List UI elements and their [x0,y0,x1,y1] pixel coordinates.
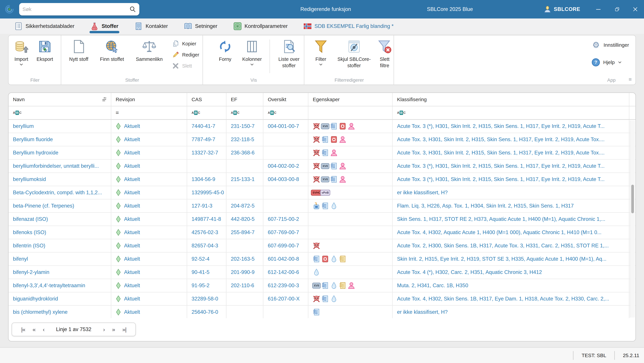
close-button[interactable] [626,0,644,19]
table-row[interactable]: bifenyl-2-ylaminAktuelt90-41-5201-990-96… [8,266,636,279]
cell-navn[interactable]: Beta-Cyclodextrin, compd. with 1,1,2... [8,186,111,199]
cell-navn[interactable]: Beryllium fluoride [8,133,111,146]
vertical-scrollbar[interactable] [630,121,635,317]
column-header-ef[interactable]: EF [226,93,264,106]
cell-navn[interactable]: bifenoks (ISO) [8,226,111,239]
eksport-button[interactable]: Eksport [34,39,56,62]
skjul-sblcore-stoffer-button[interactable]: Skjul SBLCore-stoffer [332,39,376,69]
cell-cas: 149877-41-8 [187,213,226,226]
cell-navn[interactable]: bis (chlormethyl) xylene [8,306,111,318]
rediger-button[interactable]: Rediger [172,49,203,60]
table-row[interactable]: Beryllium fluorideAktuelt7787-49-7232-11… [8,133,636,146]
sammenlikn-button[interactable]: Sammenlikn [132,39,166,62]
filter-cell-oversikt[interactable]: ABC [264,106,308,119]
hjelp-button[interactable]: ? Hjelp [592,58,622,66]
restore-button[interactable] [608,0,626,19]
cell-cas: 90-41-5 [187,266,226,279]
cell-navn[interactable]: berylliumforbindelser, unntatt berylli..… [8,160,111,172]
table-row[interactable]: Beta-Cyclodextrin, compd. with 1,1,2...A… [8,186,636,199]
filter-cell-cas[interactable]: ABC [187,106,226,119]
innstillinger-button[interactable]: ⚙ Innstillinger [592,41,629,49]
table-row[interactable]: bifenoks (ISO)Aktuelt42576-02-3255-894-7… [8,226,636,239]
table-row[interactable]: bifenylAktuelt92-52-4202-163-5601-042-00… [8,253,636,266]
table-row[interactable]: bifenazat (ISO)Aktuelt149877-41-8442-820… [8,213,636,226]
tab-kontrollparametrer[interactable]: Kontrollparametrer [232,19,289,34]
yellow-document-icon [339,282,346,289]
cell-cas: 91-95-2 [187,279,226,292]
tab-bar: SikkerhetsdatabladerStofferKontakterSetn… [0,19,644,34]
next-block-button[interactable]: » [108,326,118,333]
tab-label: Stoffer [102,23,118,29]
last-page-button[interactable]: »| [118,326,130,333]
floppy-icon [38,40,52,54]
liste-over-stoffer-button[interactable]: Liste over stoffer [273,39,305,69]
cell-egenskaper: XVII [308,173,393,186]
sort-icon[interactable] [102,97,108,102]
cell-navn[interactable]: Beryllium hydroxide [8,146,111,159]
column-header-cas[interactable]: CAS [187,93,226,106]
group-menu-icon[interactable]: ≡ [628,76,632,83]
search-box[interactable] [19,3,139,16]
table-row[interactable]: berylliumAktuelt7440-41-7231-150-7004-00… [8,120,636,133]
cell-navn[interactable]: bifenyl-3,3',4,4'-tetrayltetraamin [8,279,111,292]
table-row[interactable]: bis (chlormethyl) xyleneAktuelt25640-76-… [8,306,636,319]
table-row[interactable]: biguanidhydrokloridAktuelt32289-58-0616-… [8,292,636,306]
filter-cell-revisjon[interactable]: = [111,106,187,119]
skull-crossbones-icon [313,123,320,130]
prev-page-button[interactable]: ‹ [39,326,48,333]
cell-oversikt: 004-003-00-8 [264,173,308,186]
cell-navn[interactable]: beryllium [8,120,111,133]
next-page-button[interactable]: › [100,326,108,333]
table-row[interactable]: beta-Pinene (cf. Terpenes)Aktuelt127-91-… [8,199,636,213]
slett-filtre-button[interactable]: Slett filtre [375,39,394,69]
column-header-egenskaper[interactable]: Egenskaper [308,93,393,106]
kopier-button[interactable]: Kopier [172,38,203,49]
filter-cell-navn[interactable]: ABC [8,106,111,119]
ribbon-group-app: ⚙ Innstillinger ? Hjelp App ≡ [586,36,636,85]
filter-button[interactable]: Filter [310,39,332,66]
slett-button[interactable]: Slett [172,60,203,71]
search-icon[interactable] [129,6,136,13]
column-header-klassifisering[interactable]: Klassifisering [393,93,630,106]
table-row[interactable]: bifentrin (ISO)Aktuelt82657-04-3607-699-… [8,239,636,253]
table-row[interactable]: Beryllium hydroxideAktuelt13327-32-7236-… [8,146,636,160]
target-icon [234,22,242,30]
finn-stoffet-button[interactable]: Finn stoffet [98,39,126,62]
cell-navn[interactable]: bifentrin (ISO) [8,239,111,252]
search-input[interactable] [22,7,129,12]
water-drop-icon [313,268,320,276]
cell-navn[interactable]: beta-Pinene (cf. Terpenes) [8,199,111,212]
forny-button[interactable]: Forny [214,39,236,62]
filter-cell-ef[interactable]: ABC [226,106,264,119]
abc-filter-icon: ABC [13,111,22,115]
cell-navn[interactable]: bifenyl [8,253,111,265]
tab-kontakter[interactable]: Kontakter [134,19,169,34]
column-header-revisjon[interactable]: Revisjon [111,93,187,106]
cell-navn[interactable]: bifenazat (ISO) [8,213,111,226]
first-page-button[interactable]: |« [18,326,29,333]
column-header-navn[interactable]: Navn [8,93,111,106]
prev-block-button[interactable]: « [29,326,39,333]
cell-navn[interactable]: berylliumoksid [8,173,111,186]
tab-sdb-eksempel[interactable]: SDB EKSEMPEL Farlig blanding * [303,19,394,34]
water-drop-icon [330,255,338,263]
table-row[interactable]: berylliumforbindelser, unntatt berylli..… [8,160,636,173]
tab-sikkerhetsdatablader[interactable]: Sikkerhetsdatablader [14,19,76,34]
nytt-stoff-button[interactable]: Nytt stoff [66,39,92,62]
import-button[interactable]: Import [10,39,32,66]
filter-cell-klassifisering[interactable]: ABC [393,106,630,119]
column-header-oversikt[interactable]: Oversikt [264,93,308,106]
minimize-button[interactable] [589,0,608,19]
exposure-document-icon [322,136,329,143]
tab-setninger[interactable]: Setninger [183,19,218,34]
cell-navn[interactable]: biguanidhydroklorid [8,292,111,305]
filter-cell-egenskaper[interactable] [308,106,393,119]
kolonner-button[interactable]: Kolonner [238,39,266,66]
scrollbar-thumb[interactable] [631,185,634,213]
ribbon-group-filterredigerer: Filter Skjul SBLCore-stoffer Slett filtr… [304,36,394,85]
tab-stoffer[interactable]: Stoffer [90,19,119,34]
table-row[interactable]: berylliumoksidAktuelt1304-56-9215-133-10… [8,173,636,186]
cell-navn[interactable]: bifenyl-2-ylamin [8,266,111,279]
account-button[interactable]: SBLCORE [544,6,580,13]
table-row[interactable]: bifenyl-3,3',4,4'-tetrayltetraaminAktuel… [8,279,636,292]
